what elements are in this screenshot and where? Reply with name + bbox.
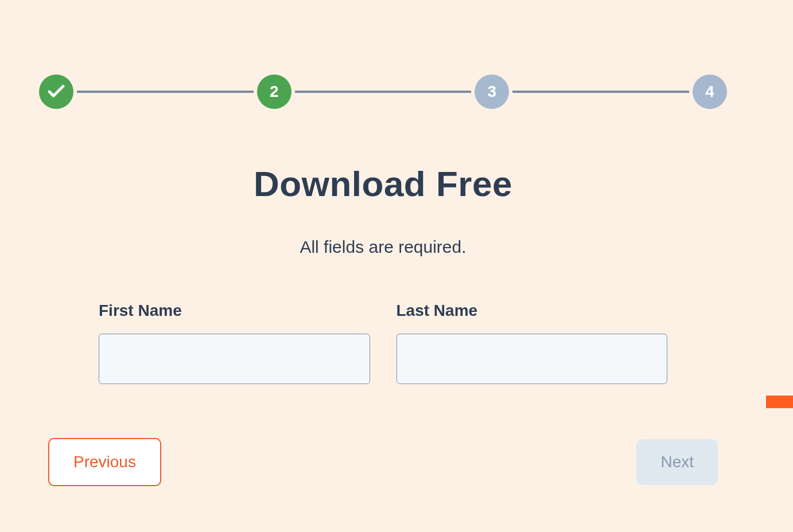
step-4-circle: 4 — [693, 75, 727, 109]
form-content: Download Free All fields are required. F… — [0, 109, 766, 486]
page-subtitle: All fields are required. — [0, 237, 766, 257]
previous-button[interactable]: Previous — [48, 438, 161, 486]
button-row: Previous Next — [0, 384, 766, 486]
step-1-circle — [39, 75, 73, 109]
step-3-circle: 3 — [475, 75, 509, 109]
checkmark-icon — [48, 85, 65, 99]
step-line-3 — [512, 91, 689, 93]
step-3-label: 3 — [488, 83, 497, 101]
form-row: First Name Last Name — [0, 257, 766, 384]
step-2-circle: 2 — [257, 75, 291, 109]
step-line-1 — [77, 91, 254, 93]
first-name-group: First Name — [99, 302, 370, 384]
last-name-input[interactable] — [396, 334, 668, 384]
next-button[interactable]: Next — [636, 439, 718, 485]
last-name-group: Last Name — [396, 302, 668, 384]
first-name-input[interactable] — [99, 334, 370, 384]
page-title: Download Free — [0, 163, 766, 204]
step-4-label: 4 — [705, 83, 714, 101]
progress-stepper: 2 3 4 — [0, 0, 766, 109]
accent-bar — [766, 396, 793, 408]
step-line-2 — [295, 91, 472, 93]
step-2-label: 2 — [270, 83, 279, 101]
download-form-container: 2 3 4 Download Free All fields are requi… — [0, 0, 766, 532]
last-name-label: Last Name — [396, 302, 668, 320]
first-name-label: First Name — [99, 302, 370, 320]
